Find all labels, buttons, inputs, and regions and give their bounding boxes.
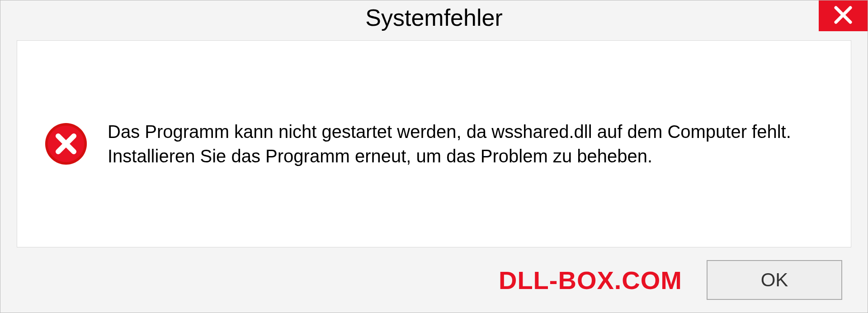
error-icon	[44, 122, 88, 166]
close-icon	[833, 5, 853, 27]
dialog-footer: DLL-BOX.COM OK	[0, 247, 868, 313]
ok-button-label: OK	[761, 269, 788, 291]
error-dialog: Systemfehler Das Programm kann nicht ges…	[0, 0, 868, 313]
watermark-text: DLL-BOX.COM	[499, 266, 682, 295]
titlebar: Systemfehler	[0, 0, 868, 40]
close-button[interactable]	[819, 0, 868, 31]
ok-button[interactable]: OK	[707, 260, 842, 300]
dialog-title: Systemfehler	[365, 4, 502, 31]
error-message: Das Programm kann nicht gestartet werden…	[108, 119, 824, 168]
content-panel: Das Programm kann nicht gestartet werden…	[17, 40, 851, 247]
